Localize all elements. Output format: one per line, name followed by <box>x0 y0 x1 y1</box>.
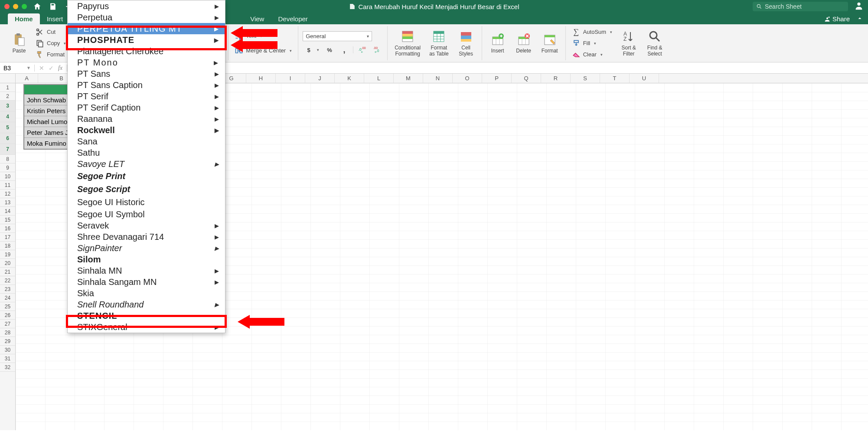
column-header[interactable]: H <box>246 74 276 83</box>
row-header[interactable]: 3 <box>0 101 15 111</box>
fill-button[interactable]: Fill <box>570 38 614 49</box>
row-header[interactable]: 26 <box>0 311 15 320</box>
minimize-window-icon[interactable] <box>13 4 18 9</box>
column-header[interactable]: U <box>630 74 659 83</box>
table-row[interactable]: Moka Fumino <box>24 138 68 149</box>
row-header[interactable]: 10 <box>0 172 15 181</box>
column-header[interactable]: M <box>394 74 423 83</box>
number-format-select[interactable]: General ▾ <box>303 31 372 41</box>
font-option[interactable]: Savoye LET▶ <box>68 158 225 170</box>
table-row[interactable]: Kristin Peters <box>24 105 68 116</box>
row-header[interactable]: 13 <box>0 198 15 207</box>
column-header[interactable]: P <box>482 74 512 83</box>
font-option[interactable]: PT Mono▶ <box>68 57 225 68</box>
row-header[interactable]: 9 <box>0 164 15 172</box>
fx-icon[interactable]: fx <box>58 65 62 72</box>
font-option[interactable]: STENCIL▶ <box>68 310 225 321</box>
decrease-decimal-button[interactable]: .00.0 <box>371 45 383 55</box>
column-header[interactable]: S <box>571 74 600 83</box>
row-header[interactable]: 24 <box>0 294 15 302</box>
row-header[interactable]: 18 <box>0 242 15 250</box>
table-row[interactable]: Michael Lumo <box>24 116 68 127</box>
currency-button[interactable]: $ <box>303 45 321 55</box>
font-option[interactable]: PT Serif▶ <box>68 91 225 102</box>
clear-button[interactable]: Clear <box>570 49 614 60</box>
font-option[interactable]: Sathu▶ <box>68 147 225 158</box>
font-option[interactable]: Segoe UI Historic▶ <box>68 196 225 209</box>
font-option[interactable]: PT Sans Caption▶ <box>68 79 225 91</box>
cut-button[interactable]: Cut <box>34 27 68 37</box>
conditional-formatting-button[interactable]: Conditional Formatting <box>392 28 423 58</box>
row-header[interactable]: 15 <box>0 216 15 224</box>
column-header[interactable]: K <box>335 74 364 83</box>
row-header[interactable]: 14 <box>0 207 15 216</box>
accept-formula-icon[interactable]: ✓ <box>49 65 54 72</box>
zoom-window-icon[interactable] <box>22 4 27 9</box>
font-dropdown[interactable]: Papyrus▶Perpetua▶PERPETUA TITLING MT▶PHO… <box>67 0 225 333</box>
row-header[interactable]: 2 <box>0 92 15 101</box>
font-option[interactable]: Raanana▶ <box>68 113 225 124</box>
font-option[interactable]: Segoe Print▶ <box>68 170 225 183</box>
font-option[interactable]: PERPETUA TITLING MT▶ <box>68 23 225 34</box>
font-option[interactable]: SignPainter▶ <box>68 242 225 254</box>
row-header[interactable]: 8 <box>0 155 15 164</box>
name-box[interactable]: B3 ▼ <box>0 65 35 72</box>
font-option[interactable]: Rockwell▶ <box>68 124 225 136</box>
font-option[interactable]: PT Sans▶ <box>68 68 225 79</box>
row-header[interactable]: 27 <box>0 320 15 328</box>
font-option[interactable]: Sinhala Sangam MN▶ <box>68 276 225 288</box>
row-header[interactable]: 6 <box>0 133 15 144</box>
name-box-dropdown-icon[interactable]: ▼ <box>26 65 31 70</box>
tab-insert[interactable]: Insert <box>40 13 70 24</box>
sort-filter-button[interactable]: AZ Sort & Filter <box>617 28 640 58</box>
column-header[interactable]: R <box>541 74 571 83</box>
row-header[interactable]: 17 <box>0 233 15 242</box>
tab-view[interactable]: View <box>243 13 271 24</box>
copy-button[interactable]: Copy <box>34 38 68 49</box>
font-option[interactable]: Sana▶ <box>68 136 225 147</box>
column-header[interactable]: J <box>305 74 335 83</box>
find-select-button[interactable]: Find & Select <box>643 28 666 58</box>
row-header[interactable]: 4 <box>0 111 15 122</box>
row-header[interactable]: 22 <box>0 276 15 285</box>
font-option[interactable]: Segoe Script▶ <box>68 183 225 196</box>
share-button[interactable]: Share <box>824 15 850 23</box>
font-option[interactable]: Shree Devanagari 714▶ <box>68 231 225 242</box>
font-option[interactable]: Seravek▶ <box>68 220 225 231</box>
insert-cells-button[interactable]: Insert <box>486 31 509 56</box>
font-option[interactable]: Silom▶ <box>68 254 225 265</box>
row-header[interactable]: 12 <box>0 190 15 198</box>
font-option[interactable]: Papyrus▶ <box>68 0 225 12</box>
paste-button[interactable]: Paste <box>8 31 30 56</box>
row-header[interactable]: 19 <box>0 250 15 259</box>
format-cells-button[interactable]: Format <box>538 31 561 56</box>
account-icon[interactable] <box>854 1 864 12</box>
save-icon[interactable] <box>49 2 57 11</box>
collapse-ribbon-icon[interactable] <box>857 15 863 23</box>
row-header[interactable]: 16 <box>0 224 15 233</box>
column-header[interactable]: N <box>423 74 453 83</box>
increase-decimal-button[interactable]: .0.00 <box>356 45 368 55</box>
column-header[interactable]: L <box>364 74 394 83</box>
column-header[interactable]: T <box>600 74 630 83</box>
font-option[interactable]: PT Serif Caption▶ <box>68 102 225 113</box>
cancel-formula-icon[interactable]: ✕ <box>39 65 44 72</box>
row-header[interactable]: 20 <box>0 259 15 268</box>
font-option[interactable]: Perpetua▶ <box>68 12 225 23</box>
percent-button[interactable]: % <box>323 45 336 55</box>
font-option[interactable]: Skia▶ <box>68 288 225 299</box>
font-option[interactable]: PHOSPHATE▶ <box>68 34 225 46</box>
table-row[interactable]: Peter James J <box>24 127 68 138</box>
column-header[interactable]: A <box>16 74 38 83</box>
row-header[interactable]: 11 <box>0 181 15 190</box>
font-option[interactable]: STIXGeneral▶ <box>68 321 225 333</box>
delete-cells-button[interactable]: Delete <box>512 31 535 56</box>
row-header[interactable]: 23 <box>0 285 15 294</box>
row-header[interactable]: 5 <box>0 122 15 133</box>
tab-home[interactable]: Home <box>8 13 40 24</box>
comma-button[interactable]: , <box>338 45 350 55</box>
autosum-button[interactable]: ∑ AutoSum <box>570 27 614 37</box>
close-window-icon[interactable] <box>4 4 10 9</box>
row-header[interactable]: 21 <box>0 268 15 276</box>
column-header[interactable]: Q <box>512 74 541 83</box>
